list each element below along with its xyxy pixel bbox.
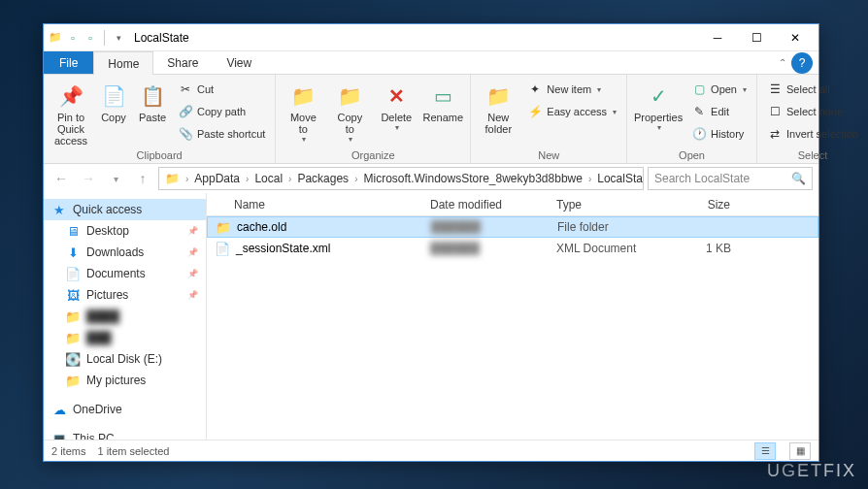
easy-access-icon: ⚡ (527, 104, 543, 119)
explorer-window: 📁 ▫ ▫ ▾ LocalState ─ ☐ ✕ File Home Share… (43, 23, 819, 462)
invert-icon: ⇄ (767, 126, 783, 142)
window-controls: ─ ☐ ✕ (698, 24, 815, 51)
crumb-root-icon[interactable]: 📁 (161, 172, 184, 185)
sidebar-item-desktop[interactable]: 🖥Desktop (44, 220, 206, 242)
easy-access-button[interactable]: ⚡Easy access▾ (523, 101, 620, 122)
chevron-right-icon[interactable]: › (352, 174, 359, 184)
watermark: UGETFIX (767, 461, 856, 481)
crumb-local[interactable]: Local (250, 172, 286, 185)
details-view-button[interactable]: ☰ (754, 442, 776, 460)
delete-button[interactable]: ✕Delete▾ (375, 79, 417, 132)
move-to-icon: 📁 (289, 82, 317, 110)
sidebar-item-pictures[interactable]: 🖼Pictures (44, 284, 206, 306)
file-type: File folder (548, 220, 664, 234)
properties-icon: ✓ (645, 82, 672, 110)
search-placeholder: Search LocalState (654, 172, 750, 185)
sidebar-item-onedrive[interactable]: ☁OneDrive (44, 399, 206, 420)
file-list[interactable]: 📁cache.old ██████ File folder 📄_sessionS… (207, 216, 818, 440)
qat-new-folder-icon[interactable]: ▫ (83, 30, 98, 46)
minimize-button[interactable]: ─ (698, 24, 737, 51)
pin-quick-access-button[interactable]: 📌 Pin to Quick access (50, 79, 92, 147)
tab-file[interactable]: File (44, 51, 93, 74)
copy-path-button[interactable]: 🔗Copy path (174, 101, 269, 122)
thumbnails-view-button[interactable]: ▦ (789, 442, 811, 460)
tab-view[interactable]: View (213, 51, 266, 74)
sidebar-item-this-pc[interactable]: 💻This PC (44, 428, 206, 440)
close-button[interactable]: ✕ (776, 24, 815, 51)
crumb-packages[interactable]: Packages (293, 172, 352, 185)
ribbon-group-select: ☰Select all ☐Select none ⇄Invert selecti… (757, 75, 868, 163)
copy-button[interactable]: 📄 Copy (96, 79, 131, 123)
address-bar[interactable]: 📁 › AppData › Local › Packages › Microso… (158, 167, 644, 190)
tab-share[interactable]: Share (153, 51, 213, 74)
minimize-ribbon-button[interactable]: ⌃ (774, 51, 791, 74)
chevron-right-icon[interactable]: › (586, 174, 593, 184)
column-size[interactable]: Size (663, 198, 741, 212)
file-row-folder[interactable]: 📁cache.old ██████ File folder (207, 216, 818, 238)
rename-button[interactable]: ▭Rename (421, 79, 464, 123)
chevron-right-icon[interactable]: › (184, 174, 190, 184)
qat-customize-icon[interactable]: ▾ (111, 30, 126, 46)
crumb-store[interactable]: Microsoft.WindowsStore_8wekyb3d8bbwe (359, 172, 585, 185)
sidebar-item-downloads[interactable]: ⬇Downloads (44, 242, 206, 263)
select-none-button[interactable]: ☐Select none (763, 101, 862, 122)
new-folder-button[interactable]: 📁New folder (477, 79, 519, 135)
sidebar-item-my-pictures[interactable]: 📁My pictures (44, 370, 206, 391)
new-item-button[interactable]: ✦New item▾ (523, 79, 620, 100)
chevron-right-icon[interactable]: › (244, 174, 250, 184)
crumb-appdata[interactable]: AppData (190, 172, 244, 185)
paste-icon: 📋 (139, 82, 166, 110)
column-date[interactable]: Date modified (420, 198, 547, 212)
ribbon: 📌 Pin to Quick access 📄 Copy 📋 Paste ✂Cu… (44, 75, 818, 164)
search-input[interactable]: Search LocalState 🔍 (648, 167, 813, 190)
open-button[interactable]: ▢Open▾ (687, 79, 751, 100)
documents-icon: 📄 (65, 266, 81, 281)
help-icon[interactable]: ? (791, 52, 813, 74)
new-item-icon: ✦ (527, 82, 543, 97)
paste-button[interactable]: 📋 Paste (135, 79, 170, 123)
delete-icon: ✕ (383, 82, 410, 110)
quick-access-toolbar: 📁 ▫ ▫ ▾ (48, 30, 126, 46)
back-button[interactable]: ← (50, 167, 73, 190)
up-button[interactable]: ↑ (131, 167, 154, 190)
status-selection: 1 item selected (97, 445, 169, 457)
sidebar-item-documents[interactable]: 📄Documents (44, 263, 206, 284)
history-button[interactable]: 🕐History (687, 123, 751, 145)
qat-properties-icon[interactable]: ▫ (65, 30, 81, 46)
select-all-button[interactable]: ☰Select all (763, 79, 862, 100)
properties-button[interactable]: ✓Properties▾ (633, 79, 684, 132)
folder-icon: 📁 (48, 30, 63, 46)
invert-selection-button[interactable]: ⇄Invert selection (763, 123, 862, 145)
maximize-button[interactable]: ☐ (737, 24, 776, 51)
sidebar-item-local-disk[interactable]: 💽Local Disk (E:) (44, 348, 206, 370)
status-item-count: 2 items (51, 445, 85, 457)
navigation-pane: ★Quick access 🖥Desktop ⬇Downloads 📄Docum… (44, 193, 207, 440)
xml-file-icon: 📄 (215, 241, 230, 256)
paste-shortcut-button[interactable]: 📎Paste shortcut (174, 123, 269, 145)
tab-home[interactable]: Home (93, 51, 153, 75)
ribbon-group-organize: 📁Move to▾ 📁Copy to▾ ✕Delete▾ ▭Rename Org… (276, 75, 471, 163)
crumb-localstate[interactable]: LocalState (593, 172, 644, 185)
forward-button[interactable]: → (77, 167, 100, 190)
recent-locations-button[interactable]: ▾ (104, 167, 127, 190)
qat-separator (104, 30, 105, 46)
file-size: 1 KB (663, 242, 741, 255)
pictures-icon: 🖼 (65, 287, 81, 303)
cut-icon: ✂ (178, 82, 193, 97)
sidebar-item-pinned-folder[interactable]: 📁███ (44, 327, 206, 348)
file-row-file[interactable]: 📄_sessionState.xml ██████ XML Document 1… (207, 238, 818, 259)
edit-icon: ✎ (691, 104, 707, 119)
copy-to-button[interactable]: 📁Copy to▾ (328, 79, 371, 144)
cut-button[interactable]: ✂Cut (174, 79, 269, 100)
titlebar: 📁 ▫ ▫ ▾ LocalState ─ ☐ ✕ (44, 24, 818, 51)
edit-button[interactable]: ✎Edit (687, 101, 751, 122)
desktop-icon: 🖥 (65, 223, 81, 239)
sidebar-item-quick-access[interactable]: ★Quick access (44, 199, 206, 220)
chevron-right-icon[interactable]: › (286, 174, 293, 184)
copy-to-icon: 📁 (336, 82, 363, 110)
move-to-button[interactable]: 📁Move to▾ (282, 79, 324, 144)
column-type[interactable]: Type (547, 198, 663, 212)
column-name[interactable]: Name (207, 198, 420, 212)
sidebar-item-pinned-folder[interactable]: 📁████ (44, 306, 206, 327)
content-area: ★Quick access 🖥Desktop ⬇Downloads 📄Docum… (44, 193, 818, 440)
